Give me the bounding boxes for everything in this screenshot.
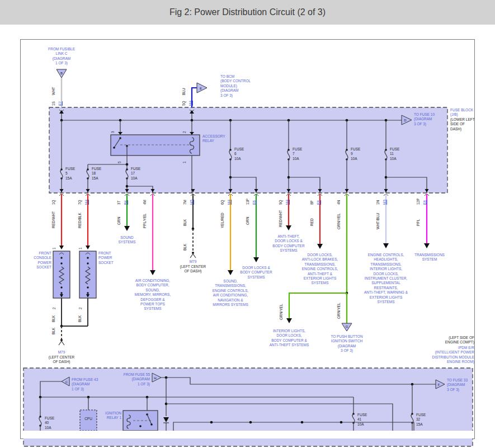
pin-link-e6[interactable]: E6 xyxy=(252,200,257,205)
ignition-relay-box xyxy=(123,411,158,431)
arrow-down-icon xyxy=(286,225,291,230)
socket2-pin-1: 1 xyxy=(78,247,83,249)
socket1-pin-1: 1 xyxy=(52,247,56,249)
wire-label-red-blk: RED/BLK xyxy=(78,213,82,228)
pin-5q: 5Q xyxy=(182,101,186,106)
arrow-down-icon xyxy=(383,243,389,248)
label-to-fuse33: TO FUSE 33 (DIAGRAM 3 OF 3) xyxy=(447,378,480,392)
wire-label-grn-yel-main: GRN/YEL xyxy=(337,303,341,319)
arrow-down-icon xyxy=(228,270,233,275)
label-front-console-socket: FRONT CONSOLE POWER SOCKET xyxy=(28,251,51,270)
pin-1q: 1Q xyxy=(51,200,56,205)
pin-7m: 7M xyxy=(183,200,187,205)
pin-link-m3[interactable]: M3 xyxy=(383,200,387,205)
label-sound-systems: SOUND SYSTEMS xyxy=(107,235,147,245)
fuse32-label: FUSE 32 15A xyxy=(416,413,433,427)
wire-label-red: RED xyxy=(310,218,314,226)
wire-label-blk-socket2: BLK xyxy=(78,315,82,322)
socket2-pin-2: 2 xyxy=(78,307,83,309)
fuse6-label: FUSE 6 10A xyxy=(234,147,251,161)
pin-link-m4-6q[interactable]: M4 xyxy=(227,200,232,205)
relay-pin-5: 5 xyxy=(117,161,122,163)
label-fuse-block: FUSE BLOCK (J/B) xyxy=(450,108,481,117)
label-door-locks-abs-systems: DOOR LOCKS, ANTI-LOCK BRAKES, TRANSMISSI… xyxy=(296,253,343,286)
label-front-power-socket: FRONT POWER SOCKET xyxy=(98,251,122,265)
connector-b-label: B xyxy=(60,72,63,75)
pin-link-m4-top[interactable]: M4 xyxy=(188,101,193,106)
arrow-down-icon xyxy=(124,226,130,231)
pin-12p: 12P xyxy=(416,198,421,205)
wire-label-blk-ground: BLK xyxy=(51,328,56,334)
label-cpu: CPU xyxy=(80,417,97,421)
pin-11p: 11P xyxy=(246,199,250,205)
label-anti-theft-systems: ANTI-THEFT, DOOR LOCKS & BODY COMPUTER S… xyxy=(266,234,311,253)
wire-label-grn-yel-4n: GRN/YEL xyxy=(337,213,341,229)
connector-d-label: D xyxy=(404,119,407,122)
accessory-relay-box xyxy=(111,135,200,155)
connector-h-label: H xyxy=(154,376,156,380)
label-from-fuse55: FROM FUSE 55 (DIAGRAM 1 OF 3) xyxy=(112,372,150,386)
wire-label-yel-red: YEL/RED xyxy=(220,213,225,228)
relay-pin-3: 3 xyxy=(111,131,115,133)
label-fuse-block-location: (LOWER LEFT SIDE OF DASH) xyxy=(450,117,481,131)
fuse11-label: FUSE 11 10A xyxy=(390,147,407,161)
connector-g-label: G xyxy=(346,325,348,328)
ground-icon xyxy=(190,254,196,258)
ground-m79-left-location: (LEFT CENTER OF DASH) xyxy=(40,355,83,365)
pin-link-e8-8p[interactable]: E8 xyxy=(317,200,321,205)
label-to-bcm: TO BCM (BODY CONTROL MODULE) (DIAGRAM 3 … xyxy=(220,74,265,98)
pin-link-e8-12p[interactable]: E8 xyxy=(423,200,427,205)
connector-e-label: E xyxy=(200,87,202,90)
label-from-fusible-link: FROM FUSIBLE LINK C (DIAGRAM 1 OF 3) xyxy=(39,47,84,66)
label-ignition-relay: IGNITION RELAY 1 xyxy=(98,411,121,421)
pin-1s: 1S xyxy=(51,101,56,106)
fuse7-label: FUSE 7 10A xyxy=(293,147,309,161)
wire-label-blk-socket1: BLK xyxy=(51,315,56,322)
pin-9q: 9Q xyxy=(279,200,283,205)
label-engine-controls-systems: ENGINE CONTROLS, HEADLIGHTS, TRANSMISSIO… xyxy=(358,253,414,304)
pin-3t: 3T xyxy=(117,200,121,205)
pin-link-m5[interactable]: M5 xyxy=(190,200,194,205)
clip-overlay xyxy=(21,431,474,438)
fuse5-label: FUSE 5 15A xyxy=(65,167,82,181)
pin-link-m4-9q[interactable]: M4 xyxy=(285,200,290,205)
ground-m79-center: M79 xyxy=(179,260,207,264)
power-sockets xyxy=(53,251,96,345)
pin-link-e7[interactable]: E7 xyxy=(58,101,63,106)
label-door-locks-body-systems: DOOR LOCKS & BODY COMPUTER SYSTEMS xyxy=(234,266,279,280)
wire-label-blk-7m: BLK xyxy=(183,219,187,226)
socket1-pin-2: 2 xyxy=(52,307,56,309)
arrow-down-icon xyxy=(424,243,430,248)
connector-c-label: C xyxy=(65,380,68,384)
wire-label-wht-blu: WHT/BLU xyxy=(376,213,380,229)
label-interior-lights-systems: INTERIOR LIGHTS, DOOR LOCKS, BODY COMPUT… xyxy=(266,329,313,348)
label-ipdm: IPDM E/R (INTELLIGENT POWER DISTRIBUTION… xyxy=(402,346,474,365)
arrow-down-icon xyxy=(253,257,259,262)
fuse18-label: FUSE 18 15A xyxy=(92,167,109,181)
fuse17-label: FUSE 17 10A xyxy=(131,167,148,181)
wire-label-ppl: PPL xyxy=(416,219,421,226)
relay-pin-1: 1 xyxy=(182,161,187,163)
label-transmissions-system: TRANSMISSIONS SYSTEM xyxy=(407,253,452,262)
pin-link-b4[interactable]: B4 xyxy=(124,200,128,205)
arrow-down-icon xyxy=(317,244,323,249)
label-to-push-button: TO PUSH BUTTON IGNITION SWITCH (DIAGRAM … xyxy=(324,334,369,353)
label-sound-transmissions-systems: SOUND, TRANSMISSIONS, ENGINE CONTROLS, A… xyxy=(208,279,253,307)
wire-label-grn-3t: GRN xyxy=(117,217,121,225)
fuse41-label: FUSE 41 10A xyxy=(357,413,374,427)
label-air-conditioning-systems: AIR CONDITIONING, BODY COMPUTER, SOUND, … xyxy=(128,279,178,312)
pin-7q: 7Q xyxy=(78,200,82,205)
label-accessory-relay: ACCESSORY RELAY xyxy=(202,134,236,144)
arrow-down-icon xyxy=(150,270,155,275)
wire-label-blu: BLU xyxy=(182,88,186,95)
page: Fig 2: Power Distribution Circuit (2 of … xyxy=(0,0,495,448)
arrow-down-icon xyxy=(86,246,90,249)
fuse40-label: FUSE 40 10A xyxy=(45,416,62,430)
pin-link-m4-7q[interactable]: M4 xyxy=(84,200,89,205)
wire-label-red-wht-1q: RED/WHT xyxy=(51,211,56,228)
wire-label-ppl-yel: PPL/YEL xyxy=(143,214,147,228)
pin-1n: 1N xyxy=(376,200,380,205)
wire-label-red-wht-9q: RED/WHT xyxy=(279,210,283,227)
pin-4m: 4M xyxy=(143,200,147,205)
ground-m79-left: M79 xyxy=(48,350,76,355)
